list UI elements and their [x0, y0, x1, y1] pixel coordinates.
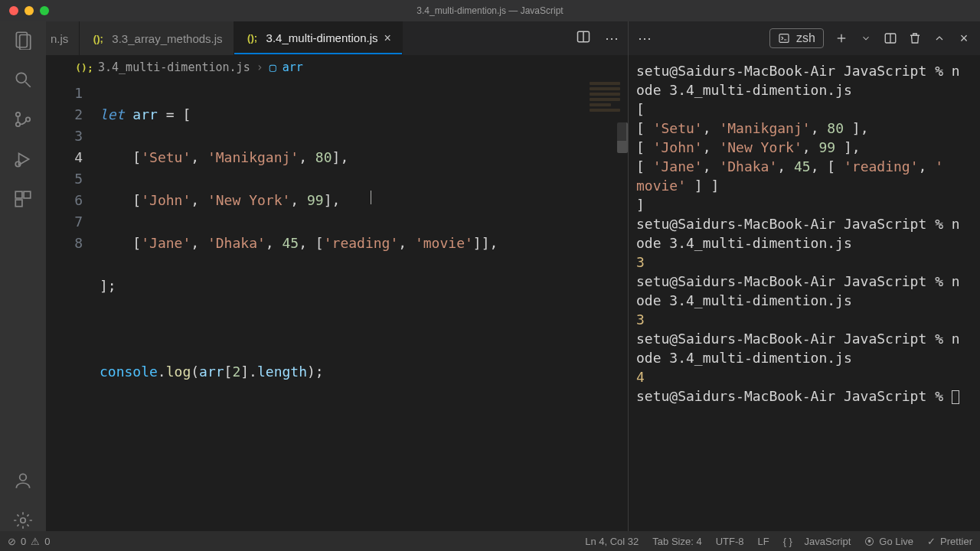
window-controls	[0, 6, 49, 15]
new-terminal-icon[interactable]	[835, 31, 848, 45]
check-icon: ✓	[927, 536, 936, 547]
problems-status[interactable]: ⊘ 0 ⚠ 0	[8, 536, 50, 547]
text-cursor	[371, 191, 371, 204]
zoom-window-icon[interactable]	[40, 6, 49, 15]
tab-array-methods[interactable]: (); 3.3_array_methods.js	[80, 21, 234, 55]
terminal-tabs: ⋯ zsh ×	[629, 21, 980, 55]
extensions-icon[interactable]	[12, 188, 34, 210]
split-editor-icon[interactable]	[576, 29, 591, 47]
tab-multi-dimention[interactable]: (); 3.4_multi-dimention.js ×	[234, 21, 403, 55]
search-icon[interactable]	[12, 69, 34, 90]
terminal-shell-label: zsh	[796, 31, 815, 45]
tab-size[interactable]: Tab Size: 4	[652, 536, 701, 547]
run-debug-icon[interactable]	[12, 148, 34, 170]
go-live[interactable]: ⦿ Go Live	[864, 536, 913, 547]
chevron-right-icon: ›	[256, 60, 263, 74]
svg-rect-10	[24, 191, 31, 198]
close-tab-icon[interactable]: ×	[384, 32, 391, 44]
split-terminal-icon[interactable]	[884, 31, 897, 45]
tab-label: n.js	[51, 32, 68, 45]
terminal-cursor	[952, 390, 959, 404]
terminal-picker[interactable]: zsh	[769, 28, 824, 48]
close-window-icon[interactable]	[9, 6, 18, 15]
language-mode[interactable]: { } JavaScript	[783, 536, 851, 547]
svg-point-2	[16, 73, 26, 83]
kill-terminal-icon[interactable]	[908, 31, 922, 45]
chevron-down-icon[interactable]	[859, 31, 873, 45]
more-terminals-icon[interactable]: ⋯	[638, 30, 652, 47]
eol[interactable]: LF	[757, 536, 769, 547]
js-file-icon: ();	[245, 32, 260, 44]
prettier-status[interactable]: ✓ Prettier	[927, 536, 972, 547]
code-editor[interactable]: 1234 5678 let arr = [ ['Setu', 'Manikgan…	[46, 80, 628, 531]
breadcrumb-symbol: arr	[283, 60, 303, 74]
svg-point-13	[21, 518, 26, 523]
broadcast-icon: ⦿	[864, 536, 874, 547]
more-actions-icon[interactable]: ⋯	[605, 30, 619, 47]
activity-bar	[0, 21, 46, 531]
editor-tabs: n.js (); 3.3_array_methods.js (); 3.4_mu…	[46, 21, 628, 55]
svg-rect-16	[779, 34, 789, 43]
terminal-panel: ⋯ zsh × setu@Saidurs-MacBook-Air JavaScr…	[628, 21, 980, 531]
error-icon: ⊘	[8, 536, 16, 547]
title-bar: 3.4_multi-dimention.js — JavaScript	[0, 0, 980, 21]
status-bar: ⊘ 0 ⚠ 0 Ln 4, Col 32 Tab Size: 4 UTF-8 L…	[0, 531, 980, 551]
code-content[interactable]: let arr = [ ['Setu', 'Manikganj', 80], […	[100, 80, 628, 531]
svg-rect-9	[15, 191, 22, 198]
symbol-icon: ▢	[270, 60, 276, 74]
settings-gear-icon[interactable]	[12, 510, 34, 531]
tab-partial[interactable]: n.js	[46, 21, 80, 55]
minimap[interactable]	[586, 80, 626, 141]
encoding[interactable]: UTF-8	[716, 536, 744, 547]
breadcrumb-file: 3.4_multi-dimention.js	[98, 60, 250, 74]
line-gutter: 1234 5678	[46, 80, 100, 531]
svg-point-4	[16, 112, 20, 116]
chevron-up-icon[interactable]	[933, 31, 946, 45]
cursor-position[interactable]: Ln 4, Col 32	[585, 536, 639, 547]
tab-label: 3.4_multi-dimention.js	[266, 31, 378, 44]
js-file-icon: ();	[90, 33, 106, 44]
minimize-window-icon[interactable]	[24, 6, 34, 15]
svg-rect-11	[15, 200, 22, 207]
svg-point-12	[20, 474, 27, 481]
terminal-output[interactable]: setu@Saidurs-MacBook-Air JavaScript % n …	[629, 55, 980, 531]
js-file-icon: ();	[77, 62, 92, 73]
breadcrumb[interactable]: (); 3.4_multi-dimention.js › ▢ arr	[46, 55, 628, 80]
warning-icon: ⚠	[31, 536, 40, 547]
source-control-icon[interactable]	[12, 109, 34, 130]
svg-point-5	[16, 122, 20, 126]
prompt: setu@Saidurs-MacBook-Air JavaScript %	[636, 63, 952, 79]
tab-actions: ⋯	[576, 21, 628, 55]
tab-label: 3.3_array_methods.js	[112, 32, 222, 45]
account-icon[interactable]	[12, 470, 34, 491]
explorer-icon[interactable]	[12, 29, 34, 51]
window-title: 3.4_multi-dimention.js — JavaScript	[416, 5, 563, 16]
close-panel-icon[interactable]: ×	[957, 31, 971, 45]
svg-line-3	[25, 82, 31, 87]
